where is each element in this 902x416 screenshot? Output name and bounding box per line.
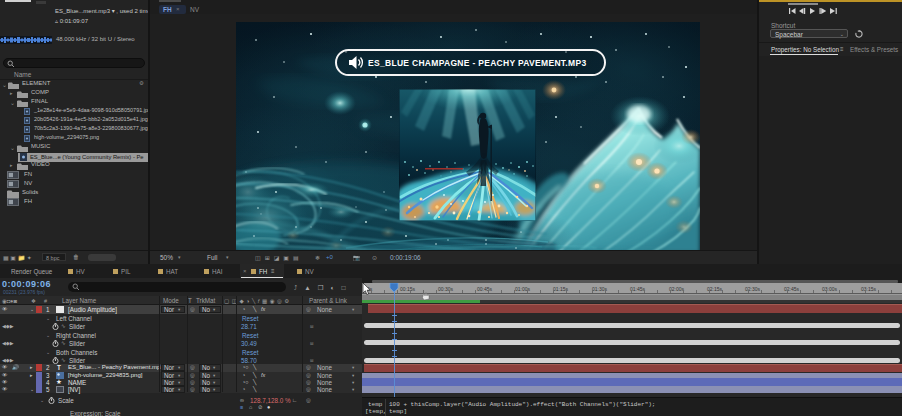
- svg-text:ES_BLUE CHAMPAGNE - PEACHY PAV: ES_BLUE CHAMPAGNE - PEACHY PAVEMENT.MP3: [368, 58, 586, 68]
